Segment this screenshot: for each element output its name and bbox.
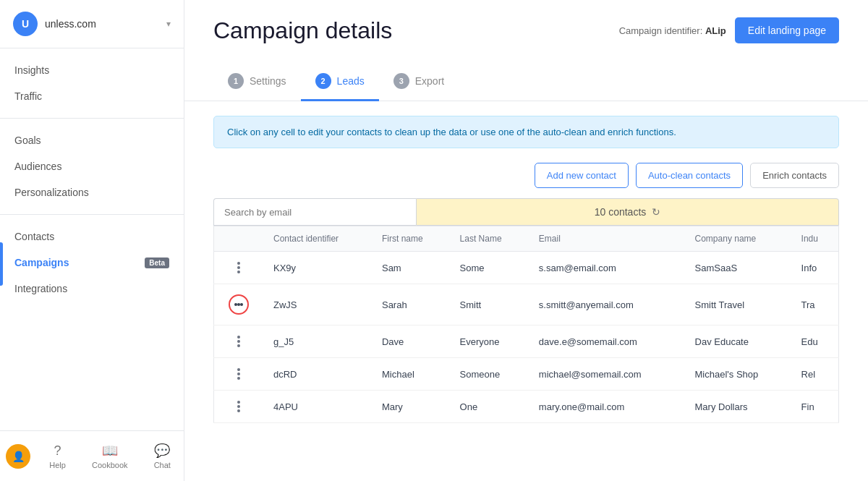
first-name[interactable]: Sam [372,252,450,284]
last-name[interactable]: Everyone [450,325,529,358]
sidebar-item-personalizations[interactable]: Personalizations [0,179,184,205]
contacts-count: 10 contacts ↻ [416,198,839,226]
contact-id[interactable]: ZwJS [263,284,372,325]
sidebar-item-traffic[interactable]: Traffic [0,83,184,109]
row-menu-button[interactable] [224,399,253,414]
table-header-row: Contact identifier First name Last Name … [214,226,839,252]
campaign-identifier: Campaign identifier: ALip [619,25,726,36]
first-name[interactable]: Sarah [372,284,450,325]
col-menu [214,226,264,252]
sidebar-item-goals[interactable]: Goals [0,127,184,153]
table-row: KX9y Sam Some s.sam@email.com SamSaaS In… [214,252,839,284]
industry[interactable]: Tra [791,284,839,325]
last-name[interactable]: Someone [450,358,529,391]
tab-leads-number: 2 [315,73,331,89]
search-input[interactable] [213,198,416,226]
industry[interactable]: Info [791,252,839,284]
row-menu-button[interactable] [224,334,253,349]
row-menu-cell [214,325,264,358]
tab-settings-number: 1 [228,73,244,89]
highlighted-menu-circle[interactable] [229,294,249,315]
sidebar-item-contacts[interactable]: Contacts [0,224,184,250]
sidebar-nav: Insights Traffic Goals Audiences Persona… [0,48,184,430]
row-menu-cell [214,284,264,325]
sidebar-item-audiences[interactable]: Audiences [0,153,184,179]
email[interactable]: s.sam@email.com [529,252,685,284]
actions-row: Add new contact Auto-clean contacts Enri… [213,163,839,188]
avatar[interactable]: 👤 [6,444,30,469]
last-name[interactable]: Some [450,252,529,284]
footer-chat[interactable]: 💬 Chat [147,440,178,472]
company[interactable]: Dav Educate [685,325,791,358]
table-row: g_J5 Dave Everyone dave.e@somemail.com D… [214,325,839,358]
tabs-bar: 1 Settings 2 Leads 3 Export [184,51,868,101]
col-email: Email [529,226,685,252]
nav-divider-1 [0,118,184,119]
content-area: Click on any cell to edit your contacts … [184,101,868,481]
first-name[interactable]: Dave [372,325,450,358]
contact-id[interactable]: 4APU [263,391,372,423]
last-name[interactable]: One [450,391,529,423]
table-row: dcRD Michael Someone michael@somemail.co… [214,358,839,391]
edit-landing-page-button[interactable]: Edit landing page [735,17,839,43]
row-menu-button-highlighted[interactable] [224,293,253,316]
table-row: 4APU Mary One mary.one@mail.com Mary Dol… [214,391,839,423]
first-name[interactable]: Michael [372,358,450,391]
row-menu-button[interactable] [224,260,253,275]
company[interactable]: Smitt Travel [685,284,791,325]
beta-badge: Beta [145,257,169,268]
last-name[interactable]: Smitt [450,284,529,325]
add-contact-button[interactable]: Add new contact [535,163,629,188]
industry[interactable]: Rel [791,358,839,391]
contact-id[interactable]: KX9y [263,252,372,284]
tab-leads[interactable]: 2 Leads [301,66,379,101]
industry[interactable]: Fin [791,391,839,423]
tab-settings[interactable]: 1 Settings [213,66,301,101]
enrich-contacts-button[interactable]: Enrich contacts [750,163,839,188]
chat-icon: 💬 [154,443,170,459]
table-row: ZwJS Sarah Smitt s.smitt@anyemail.com Sm… [214,284,839,325]
sidebar: U unless.com ▾ Insights Traffic Goals Au… [0,0,184,481]
cookbook-icon: 📖 [102,443,118,459]
footer-help[interactable]: ? Help [42,440,73,472]
nav-section-contacts: Contacts Campaigns Beta Integrations [0,221,184,305]
row-menu-cell [214,252,264,284]
footer-cookbook[interactable]: 📖 Cookbook [85,440,135,472]
header-actions: Campaign identifier: ALip Edit landing p… [619,17,839,43]
nav-section-secondary: Goals Audiences Personalizations [0,124,184,208]
page-title: Campaign details [213,17,392,44]
sidebar-item-insights[interactable]: Insights [0,57,184,83]
email[interactable]: dave.e@somemail.com [529,325,685,358]
sidebar-footer: 👤 ? Help 📖 Cookbook 💬 Chat [0,430,184,481]
refresh-icon[interactable]: ↻ [652,206,660,218]
company[interactable]: SamSaaS [685,252,791,284]
info-banner: Click on any cell to edit your contacts … [213,116,839,148]
company[interactable]: Mary Dollars [685,391,791,423]
nav-divider-2 [0,214,184,215]
chevron-down-icon: ▾ [166,19,171,29]
email[interactable]: michael@somemail.com [529,358,685,391]
domain-label: unless.com [45,18,159,30]
contact-id[interactable]: g_J5 [263,325,372,358]
nav-section-main: Insights Traffic [0,54,184,112]
auto-clean-button[interactable]: Auto-clean contacts [636,163,743,188]
search-count-row: 10 contacts ↻ [213,198,839,226]
row-menu-button[interactable] [224,367,253,381]
sidebar-header[interactable]: U unless.com ▾ [0,0,184,48]
col-lastname: Last Name [450,226,529,252]
help-icon: ? [54,443,61,459]
contact-id[interactable]: dcRD [263,358,372,391]
sidebar-item-campaigns[interactable]: Campaigns Beta [0,250,184,276]
industry[interactable]: Edu [791,325,839,358]
sidebar-item-integrations[interactable]: Integrations [0,276,184,302]
email[interactable]: mary.one@mail.com [529,391,685,423]
col-firstname: First name [372,226,450,252]
active-accent [0,242,3,286]
tab-export[interactable]: 3 Export [379,66,459,101]
row-menu-cell [214,358,264,391]
email[interactable]: s.smitt@anyemail.com [529,284,685,325]
table-container: Contact identifier First name Last Name … [213,226,839,423]
company[interactable]: Michael's Shop [685,358,791,391]
col-company: Company name [685,226,791,252]
first-name[interactable]: Mary [372,391,450,423]
